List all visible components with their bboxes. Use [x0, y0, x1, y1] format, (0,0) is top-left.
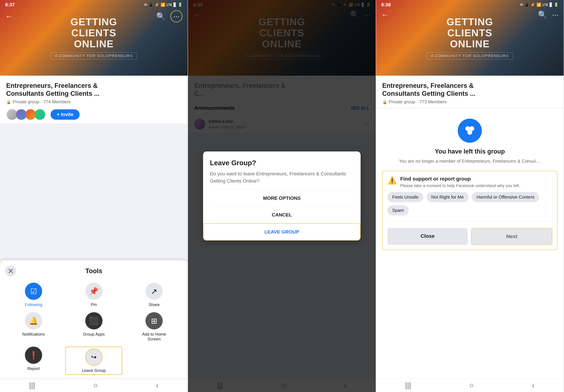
spacer-3 — [376, 250, 564, 392]
signal-icon: ▊ — [173, 2, 176, 7]
share-label: Share — [149, 302, 160, 307]
warning-icon: ⚠️ — [387, 176, 397, 185]
sim-icon: 📱 — [149, 2, 153, 7]
bottom-nav-1: ||| ○ ‹ — [0, 378, 188, 392]
tool-group-apps[interactable]: ⬛ Group Apps — [65, 312, 122, 341]
avatar-4 — [34, 109, 46, 120]
panel-3: 8:38 ✉ 📱 ⚡ 📶 LTE ▊ 🔋 ← 🔍 ··· GETTING CLI… — [376, 0, 564, 392]
leave-group-button[interactable]: LEAVE GROUP — [203, 223, 361, 240]
status-icons-1: ✉ 📱 ⚡ 📶 LTE ▊ 🔋 — [144, 2, 183, 7]
bottom-nav-3: ||| ○ ‹ — [376, 378, 564, 392]
back-icon-1[interactable]: ← — [5, 12, 13, 21]
action-buttons: Close Next — [387, 228, 552, 245]
leave-group-icon: ↪ — [85, 349, 102, 366]
lock-icon-1: 🔒 — [6, 99, 11, 104]
group-meta-1: 🔒 Private group · 774 Members — [6, 99, 181, 105]
report-title-block: Find support or report group Please take… — [400, 176, 520, 189]
add-home-label: Add to HomeScreen — [142, 332, 166, 341]
close-tools-button[interactable]: ✕ — [5, 266, 16, 277]
report-header: ⚠️ Find support or report group Please t… — [387, 176, 552, 189]
status-time-3: 8:38 — [381, 2, 391, 8]
nav-home-icon-1[interactable]: ○ — [93, 381, 98, 390]
more-options-button[interactable]: MORE OPTIONS — [210, 190, 354, 207]
notifications-icon: 🔔 — [25, 312, 42, 329]
report-divider — [387, 222, 552, 222]
tool-add-home[interactable]: ⊞ Add to HomeScreen — [126, 312, 183, 341]
group-info-1: Entrepreneurs, Freelancers &Consultants … — [0, 76, 188, 124]
dialog-body: Do you want to leave Entrepreneurs, Free… — [210, 170, 354, 185]
tag-spam[interactable]: Spam — [387, 205, 409, 215]
bolt-icon-3: ⚡ — [531, 2, 535, 7]
tools-header: ✕ Tools — [5, 266, 183, 277]
mail-icon-3: ✉ — [520, 2, 523, 7]
nav-back-icon-1[interactable]: ‹ — [156, 381, 158, 390]
add-home-icon: ⊞ — [145, 312, 163, 329]
status-bar-3: 8:38 ✉ 📱 ⚡ 📶 LTE ▊ 🔋 — [376, 0, 564, 9]
bolt-icon: ⚡ — [155, 2, 159, 7]
tools-title: Tools — [16, 267, 171, 275]
search-icon-3[interactable]: 🔍 — [538, 10, 547, 19]
find-support-title: Find support or report group — [400, 176, 520, 182]
leave-group-overlay: Leave Group? Do you want to leave Entrep… — [188, 0, 376, 392]
tag-not-right[interactable]: Not Right for Me — [426, 192, 468, 202]
nav-home-icon-3[interactable]: ○ — [469, 381, 474, 390]
tag-harmful[interactable]: Harmful or Offensive Content — [472, 192, 539, 202]
banner-subtitle-3: A COMMUNITY FOR SOLOPRENEURS — [427, 53, 513, 59]
tool-report[interactable]: ❗ Report — [5, 347, 62, 375]
report-section: ⚠️ Find support or report group Please t… — [382, 171, 557, 250]
back-icon-3[interactable]: ← — [381, 11, 389, 19]
notifications-label: Notifications — [22, 332, 45, 337]
group-icon-big — [458, 119, 482, 143]
report-icon: ❗ — [25, 347, 42, 364]
search-icon-1[interactable]: 🔍 — [156, 12, 166, 21]
following-icon: ☑ — [25, 283, 42, 300]
tool-pin[interactable]: 📌 Pin — [65, 283, 122, 307]
share-icon: ↗ — [145, 283, 163, 300]
group-info-3: Entrepreneurs, Freelancers &Consultants … — [376, 76, 564, 108]
close-button[interactable]: Close — [387, 228, 468, 245]
cancel-button[interactable]: CANCEL — [210, 207, 354, 223]
panel-2: 8:38 ✉ 📱 ⚡ 📶 LTE ▊ 🔋 ← 🔍 ··· GETTING CLI… — [188, 0, 376, 392]
leave-group-dialog: Leave Group? Do you want to leave Entrep… — [203, 152, 361, 240]
more-options-icon-3[interactable]: ··· — [552, 11, 559, 19]
banner-subtitle-1: A COMMUNITY FOR SOLOPRENEURS — [51, 53, 137, 59]
left-group-content: You have left this group You are no long… — [376, 108, 564, 171]
sim-icon-3: 📱 — [524, 2, 529, 7]
group-meta-3: 🔒 Private group · 773 Members — [382, 99, 557, 105]
next-button[interactable]: Next — [471, 228, 552, 245]
nav-back-icon-3[interactable]: ‹ — [532, 381, 535, 390]
group-apps-label: Group Apps — [83, 332, 105, 337]
tool-leave-group[interactable]: ↪ Leave Group — [65, 347, 122, 375]
tools-grid: ☑ Following 📌 Pin ↗ Share 🔔 Notification… — [5, 283, 183, 375]
invite-button-1[interactable]: + Invite — [51, 109, 80, 120]
more-options-icon-1[interactable]: ··· — [170, 10, 183, 22]
tool-following[interactable]: ☑ Following — [5, 283, 62, 307]
group-banner-1: ← 🔍 ··· GETTING CLIENTS ONLINE A COMMUNI… — [0, 0, 188, 76]
report-label: Report — [27, 366, 40, 371]
svg-point-3 — [466, 127, 469, 130]
dialog-title: Leave Group? — [210, 159, 354, 167]
panel-1: 8:37 ✉ 📱 ⚡ 📶 LTE ▊ 🔋 ← 🔍 ··· GETTING CLI… — [0, 0, 188, 392]
nav-menu-icon-3[interactable]: ||| — [405, 381, 411, 390]
svg-point-5 — [468, 131, 471, 134]
group-banner-3: ← 🔍 ··· GETTING CLIENTS ONLINE A COMMUNI… — [376, 0, 564, 76]
banner-title-3: GETTING CLIENTS ONLINE — [446, 16, 493, 49]
status-bar-1: 8:37 ✉ 📱 ⚡ 📶 LTE ▊ 🔋 — [0, 0, 188, 9]
wifi-icon-3: 📶 — [536, 2, 541, 7]
nav-menu-icon-1[interactable]: ||| — [29, 381, 35, 390]
tool-share[interactable]: ↗ Share — [126, 283, 183, 307]
group-apps-icon: ⬛ — [85, 312, 102, 329]
tools-sheet: ✕ Tools ☑ Following 📌 Pin ↗ Share 🔔 — [0, 260, 188, 378]
lock-icon-3: 🔒 — [382, 99, 387, 104]
lte-icon-3: LTE — [542, 3, 548, 7]
member-avatars-1: + Invite — [6, 109, 181, 120]
pin-label: Pin — [91, 302, 97, 307]
pin-icon: 📌 — [85, 283, 102, 300]
mail-icon: ✉ — [144, 2, 147, 7]
tag-feels-unsafe[interactable]: Feels Unsafe — [387, 192, 423, 202]
following-label: Following — [25, 302, 42, 307]
lte-icon: LTE — [167, 3, 172, 7]
tool-notifications[interactable]: 🔔 Notifications — [5, 312, 62, 341]
leave-group-label: Leave Group — [82, 368, 106, 373]
nav-right-1: 🔍 ··· — [156, 10, 183, 22]
